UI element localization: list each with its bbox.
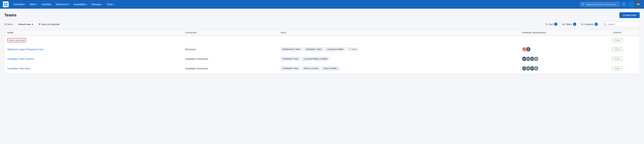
table-row: Installation Team BetaInstallation Techn… (4, 64, 640, 73)
schedule-caret: ▾ (24, 4, 25, 6)
availability-caret: ▾ (86, 4, 87, 6)
tools-caret: ▾ (113, 4, 114, 6)
tag: Installation Team (280, 57, 300, 61)
manage-caret: ▾ (101, 4, 102, 6)
svg-rect-2 (4, 5, 6, 6)
avatar: R (534, 56, 539, 61)
global-search-input[interactable] (586, 3, 618, 6)
nav-activities[interactable]: Activities (40, 2, 53, 7)
team-tags (278, 36, 519, 45)
navbar: Schedule ▾ Work ▾ Activities Resources ▾… (0, 0, 644, 9)
tag: Panel Installer (322, 66, 339, 70)
nav-resources[interactable]: Resources ▾ (54, 2, 71, 7)
tag: Installation Team (304, 47, 324, 51)
app-logo[interactable] (3, 2, 8, 7)
team-resources (519, 36, 595, 45)
status-badge: Active (612, 57, 622, 61)
search-icon: 🔍 (582, 3, 585, 6)
status-badge: Active (612, 66, 622, 70)
filters-badge: 1 (573, 23, 576, 26)
nav-availability[interactable]: Availability ▾ (72, 2, 89, 7)
team-status: Active (595, 36, 640, 45)
columns-icon: ⊟ (581, 23, 583, 26)
toolbar: 20 items Default view ▾ ⧉ Save as duplic… (4, 22, 640, 27)
table-row: Melbourne Urgent Response CrewElectricia… (4, 45, 640, 54)
team-tags: Maintenance TeamInstallation TeamLicense… (278, 45, 519, 54)
items-count: 20 items (4, 23, 13, 26)
svg-rect-3 (6, 5, 7, 6)
team-name-link[interactable]: Installation Team Beta (7, 67, 30, 70)
page-content: Teams Create team 20 items Default view … (0, 9, 644, 77)
nav-manage[interactable]: Manage ▾ (90, 2, 104, 7)
table-search[interactable]: 🔍 (602, 22, 640, 27)
col-header-name: NAME (4, 30, 182, 36)
nav-items: Schedule ▾ Work ▾ Activities Resources ▾… (12, 2, 580, 7)
sort-badge: 1 (554, 23, 558, 26)
avatar: H (534, 66, 539, 71)
resources-caret: ▾ (68, 4, 69, 6)
col-header-category: CATEGORY (182, 30, 278, 36)
svg-rect-0 (4, 3, 6, 4)
table-header-row: NAME CATEGORY TAGS CURRENT RESOURCES STA… (4, 30, 640, 36)
teams-table: NAME CATEGORY TAGS CURRENT RESOURCES STA… (4, 30, 640, 73)
page-title: Teams (4, 13, 16, 18)
col-header-resources: CURRENT RESOURCES (519, 30, 595, 36)
nav-schedule[interactable]: Schedule ▾ (12, 2, 27, 7)
page-header: Teams Create team (4, 12, 640, 18)
status-badge: Active (612, 38, 622, 42)
team-name-link[interactable]: Alpha electrical (7, 38, 26, 42)
filters-button[interactable]: ⊞ Filters 1 (561, 22, 578, 27)
search-icon: 🔍 (604, 23, 606, 26)
tag: +1 more (346, 47, 358, 51)
profile-button[interactable]: 👤 (628, 2, 634, 7)
team-resources: BCAR (519, 54, 595, 64)
team-category: Installation Technician (182, 64, 278, 73)
tag: Installation Team (280, 66, 300, 70)
view-select[interactable]: Default view ▾ (16, 22, 35, 27)
sort-icon: ⇅ (546, 23, 548, 26)
create-team-button[interactable]: Create team (620, 12, 640, 18)
col-header-status: STATUS (595, 30, 640, 36)
team-status: Active (595, 45, 640, 54)
table-search-input[interactable] (608, 23, 638, 26)
team-tags: Installation TeamDrivers LicensePanel In… (278, 64, 519, 73)
global-search[interactable]: 🔍 (580, 2, 620, 7)
columns-badge: 5 (594, 23, 598, 26)
status-badge: Active (612, 47, 622, 51)
svg-rect-1 (6, 3, 7, 4)
table-row: Alpha electricalActive (4, 36, 640, 45)
tag: Licensed Battery Installer (302, 57, 330, 61)
team-category: Installation Technician (182, 54, 278, 64)
filter-icon: ⊞ (562, 23, 564, 26)
user-avatar[interactable]: HH (636, 2, 641, 7)
team-tags: Installation TeamLicensed Battery Instal… (278, 54, 519, 64)
team-resources: 🦊B (519, 45, 595, 54)
view-label: Default view (18, 23, 31, 26)
team-name-link[interactable]: Installation Team Gamma (7, 57, 34, 60)
view-caret: ▾ (32, 23, 33, 26)
col-header-tags: TAGS (278, 30, 519, 36)
toolbar-right: ⇅ Sort 1 ⊞ Filters 1 ⊟ Columns 5 🔍 (544, 22, 640, 27)
team-resources: TDRH (519, 64, 595, 73)
team-name-link[interactable]: Melbourne Urgent Response Crew (7, 48, 43, 51)
add-button[interactable]: + (621, 2, 627, 7)
columns-button[interactable]: ⊟ Columns 5 (580, 22, 599, 27)
tag: Maintenance Team (280, 47, 302, 51)
tag: Licensed Installer (325, 47, 346, 51)
duplicate-icon: ⧉ (39, 23, 40, 26)
team-status: Active (595, 54, 640, 64)
tag: Drivers License (302, 66, 320, 70)
avatar: B (526, 47, 531, 52)
team-category (182, 36, 278, 45)
sort-button[interactable]: ⇅ Sort 1 (544, 22, 559, 27)
table-row: Installation Team GammaInstallation Tech… (4, 54, 640, 64)
nav-tools[interactable]: Tools ▾ (104, 2, 116, 7)
team-status: Active (595, 64, 640, 73)
team-category: Electrician (182, 45, 278, 54)
save-as-duplicate-button[interactable]: ⧉ Save as duplicate (37, 22, 61, 27)
nav-work[interactable]: Work ▾ (28, 2, 39, 7)
work-caret: ▾ (36, 4, 37, 6)
navbar-right: 🔍 + 👤 HH (580, 2, 641, 7)
